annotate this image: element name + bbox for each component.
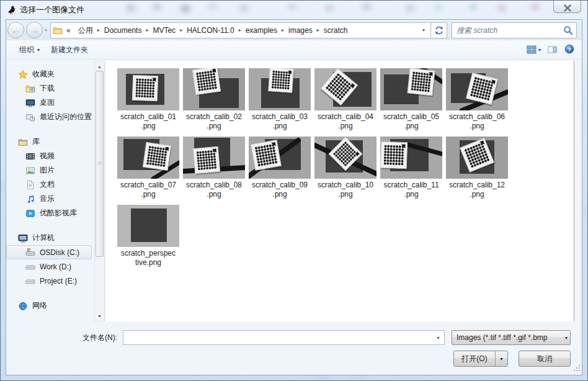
sidebar-group-libraries[interactable]: 库	[6, 135, 92, 149]
breadcrumb-overflow-button[interactable]: «	[63, 26, 74, 35]
back-button[interactable]: ←	[7, 22, 24, 38]
file-tile[interactable]: scratch_calib_10.png	[313, 137, 378, 199]
open-dropdown-button[interactable]: ▾	[495, 351, 507, 366]
close-button[interactable]	[553, 1, 581, 13]
sidebar-item-osdisk-c[interactable]: OSDisk (C:)	[6, 245, 92, 259]
cancel-button[interactable]: 取消	[519, 351, 571, 367]
file-tile[interactable]: scratch_calib_02.png	[181, 68, 247, 131]
downloads-icon	[25, 84, 35, 94]
file-tile[interactable]: scratch_calib_08.png	[181, 137, 247, 199]
breadcrumb-item[interactable]: images	[285, 23, 316, 38]
sidebar-item-youku-library[interactable]: 优酷影视库	[6, 206, 92, 220]
scrollbar-thumb[interactable]	[96, 71, 104, 257]
breadcrumb-item[interactable]: 公用	[74, 23, 97, 38]
file-tile[interactable]: scratch_calib_03.png	[247, 68, 313, 131]
address-dropdown-button[interactable]: ▾	[419, 27, 429, 33]
help-button[interactable]: ?	[564, 44, 574, 55]
file-tile[interactable]: scratch_calib_04.png	[313, 68, 378, 131]
resize-grip[interactable]	[574, 365, 581, 374]
sidebar-group-computer[interactable]: 计算机	[6, 231, 92, 245]
sidebar-scrollbar[interactable]: ▲ ▼	[94, 61, 105, 321]
preview-pane-button[interactable]	[548, 45, 558, 55]
file-type-select[interactable]: Images (*.tif *.tiff *.gif *.bmp ▾	[452, 330, 571, 345]
folder-icon	[53, 25, 63, 35]
dialog-client-area: ← → ▾ « 公用▸Documents▸MVTec▸HALCON-11.0▸e…	[6, 19, 582, 375]
file-thumbnail	[380, 68, 442, 110]
sidebar-item-documents[interactable]: 文档	[6, 177, 92, 192]
breadcrumb-item[interactable]: Documents	[100, 23, 146, 38]
file-label: scratch_calib_11.png	[383, 181, 439, 199]
breadcrumb-item[interactable]: MVTec	[149, 23, 179, 38]
file-label: scratch_calib_10.png	[318, 181, 373, 199]
sidebar-item-label: 优酷影视库	[40, 208, 77, 218]
file-tile[interactable]: scratch_calib_05.png	[378, 68, 444, 131]
document-icon	[25, 180, 35, 190]
file-label: scratch_calib_07.png	[120, 181, 176, 199]
breadcrumb-item[interactable]: examples	[242, 23, 281, 38]
osdisk-icon	[25, 248, 35, 258]
search-icon	[563, 25, 573, 35]
recent-pages-dropdown[interactable]: ▾	[43, 27, 50, 33]
address-bar[interactable]: « 公用▸Documents▸MVTec▸HALCON-11.0▸example…	[50, 22, 431, 38]
organize-button[interactable]: 组织 ▾	[14, 42, 45, 58]
scroll-down-button[interactable]: ▼	[97, 312, 102, 320]
file-thumbnail	[380, 137, 442, 179]
star-icon	[18, 69, 28, 79]
file-tile[interactable]: scratch_calib_11.png	[378, 137, 444, 199]
file-tile[interactable]: scratch_calib_06.png	[444, 68, 510, 131]
breadcrumb-item[interactable]: HALCON-11.0	[183, 23, 238, 38]
sidebar-gap	[6, 288, 94, 298]
music-icon	[25, 194, 35, 204]
sidebar-group-label: 库	[32, 137, 40, 147]
filename-input[interactable]	[123, 331, 432, 344]
search-input[interactable]	[457, 24, 563, 37]
library-icon	[18, 137, 28, 147]
disk-icon	[25, 276, 35, 286]
sidebar-group-favorites[interactable]: 收藏夹	[6, 67, 92, 81]
filename-dropdown-button[interactable]: ▾	[432, 331, 444, 344]
content-area: 收藏夹下载桌面最近访问的位置库视频图片文档音乐优酷影视库计算机OSDisk (C…	[6, 60, 582, 321]
sidebar-group-label: 计算机	[32, 233, 55, 243]
file-tile[interactable]: scratch_calib_07.png	[115, 137, 181, 199]
sidebar-item-videos[interactable]: 视频	[6, 149, 92, 163]
youku-icon	[25, 208, 35, 218]
dialog-window: 选择一个图像文件 ← → ▾ « 公用▸Documents▸MVTec▸HALC…	[0, 0, 588, 381]
file-tile[interactable]: scratch_calib_09.png	[247, 137, 313, 199]
file-thumbnail	[183, 68, 245, 110]
forward-button[interactable]: →	[26, 22, 43, 38]
file-list: scratch_calib_01.pngscratch_calib_02.png…	[105, 61, 574, 321]
app-icon	[6, 5, 16, 15]
sidebar-item-label: Work (D:)	[40, 262, 71, 271]
views-button[interactable]: ▾	[527, 45, 541, 55]
sidebar-item-label: OSDisk (C:)	[40, 248, 79, 257]
sidebar-group-network[interactable]: 网络	[6, 298, 92, 313]
sidebar-item-desktop[interactable]: 桌面	[6, 96, 92, 110]
file-tile[interactable]: scratch_calib_12.png	[444, 137, 510, 199]
file-label: scratch_calib_12.png	[449, 181, 505, 199]
sidebar-item-pictures[interactable]: 图片	[6, 163, 92, 177]
sidebar-item-recent-places[interactable]: 最近访问的位置	[6, 110, 92, 124]
sidebar-item-project-e[interactable]: Project (E:)	[6, 274, 92, 288]
refresh-button[interactable]	[431, 22, 447, 38]
chevron-down-icon: ▾	[538, 47, 541, 53]
new-folder-button[interactable]: 新建文件夹	[45, 42, 94, 58]
command-bar: 组织 ▾ 新建文件夹 ▾ ?	[6, 40, 582, 60]
network-icon	[18, 301, 28, 311]
computer-icon	[18, 233, 28, 243]
sidebar-item-work-d[interactable]: Work (D:)	[6, 259, 92, 274]
open-button[interactable]: 打开(O)	[454, 354, 495, 364]
file-thumbnail	[183, 137, 245, 179]
file-thumbnail	[117, 205, 179, 247]
window-title: 选择一个图像文件	[20, 4, 84, 16]
filename-combobox: ▾	[123, 330, 445, 345]
sidebar-item-music[interactable]: 音乐	[6, 192, 92, 206]
scroll-up-button[interactable]: ▲	[97, 62, 102, 71]
file-tile[interactable]: scratch_perspective.png	[115, 205, 181, 267]
file-tile[interactable]: scratch_calib_01.png	[115, 68, 181, 131]
sidebar-item-downloads[interactable]: 下载	[6, 81, 92, 96]
chevron-down-icon: ▾	[564, 335, 568, 341]
breadcrumb-item[interactable]: scratch	[320, 23, 352, 38]
file-label: scratch_calib_05.png	[383, 112, 439, 131]
sidebar-item-label: 视频	[40, 151, 55, 161]
sidebar-gap	[6, 220, 94, 231]
